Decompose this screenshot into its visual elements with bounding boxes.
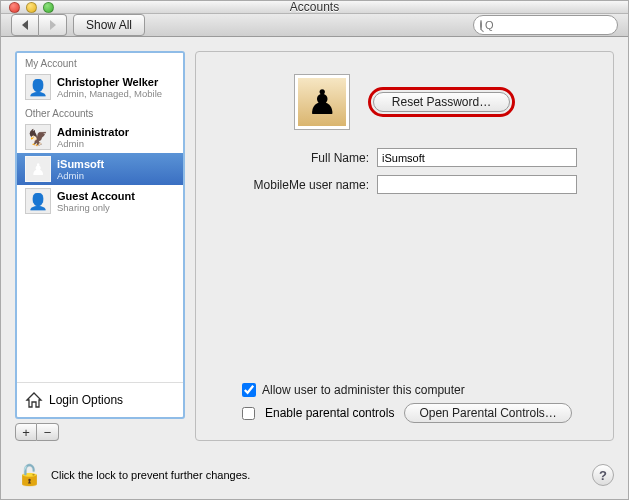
account-item-guest[interactable]: 👤 Guest Account Sharing only xyxy=(17,185,183,217)
add-remove-buttons: + − xyxy=(15,423,185,441)
full-name-input[interactable] xyxy=(377,148,577,167)
window-title: Accounts xyxy=(1,0,628,14)
home-icon xyxy=(25,391,43,409)
parental-controls-row: Enable parental controls Open Parental C… xyxy=(212,400,597,426)
mobileme-input[interactable] xyxy=(377,175,577,194)
other-accounts-header: Other Accounts xyxy=(17,103,183,121)
account-item-isumsoft[interactable]: ♟ iSumsoft Admin xyxy=(17,153,183,185)
remove-button[interactable]: − xyxy=(37,423,59,441)
account-name: Christopher Welker xyxy=(57,76,162,88)
full-name-row: Full Name: xyxy=(212,148,597,167)
help-button[interactable]: ? xyxy=(592,464,614,486)
allow-admin-label: Allow user to administer this computer xyxy=(262,383,465,397)
parental-label: Enable parental controls xyxy=(265,406,394,420)
titlebar: Accounts xyxy=(1,1,628,14)
chess-icon: ♟ xyxy=(25,156,51,182)
forward-button[interactable] xyxy=(39,14,67,36)
mobileme-label: MobileMe user name: xyxy=(219,178,369,192)
add-button[interactable]: + xyxy=(15,423,37,441)
footer: 🔓 Click the lock to prevent further chan… xyxy=(1,455,628,499)
account-avatar[interactable]: ♟ xyxy=(294,74,350,130)
search-icon xyxy=(480,20,482,30)
avatar-row: ♟ Reset Password… xyxy=(212,74,597,130)
account-sub: Admin, Managed, Mobile xyxy=(57,88,162,99)
user-icon: 👤 xyxy=(25,74,51,100)
search-input[interactable] xyxy=(485,19,623,31)
mobileme-row: MobileMe user name: xyxy=(212,175,597,194)
nav-buttons xyxy=(11,14,67,36)
eagle-icon: 🦅 xyxy=(25,124,51,150)
reset-highlight: Reset Password… xyxy=(368,87,515,117)
parental-checkbox[interactable] xyxy=(242,407,255,420)
user-icon: 👤 xyxy=(25,188,51,214)
account-name: Guest Account xyxy=(57,190,135,202)
account-sub: Admin xyxy=(57,170,104,181)
sidebar-wrap: My Account 👤 Christopher Welker Admin, M… xyxy=(15,51,185,441)
account-detail-panel: ♟ Reset Password… Full Name: MobileMe us… xyxy=(195,51,614,441)
open-parental-button[interactable]: Open Parental Controls… xyxy=(404,403,571,423)
toolbar: Show All xyxy=(1,14,628,37)
reset-password-button[interactable]: Reset Password… xyxy=(373,92,510,112)
account-name: Administrator xyxy=(57,126,129,138)
account-sub: Admin xyxy=(57,138,129,149)
account-sub: Sharing only xyxy=(57,202,135,213)
allow-admin-row: Allow user to administer this computer xyxy=(212,380,597,400)
account-item-christopher[interactable]: 👤 Christopher Welker Admin, Managed, Mob… xyxy=(17,71,183,103)
show-all-button[interactable]: Show All xyxy=(73,14,145,36)
lock-icon[interactable]: 🔓 xyxy=(15,461,43,489)
account-item-administrator[interactable]: 🦅 Administrator Admin xyxy=(17,121,183,153)
login-options-label: Login Options xyxy=(49,393,123,407)
back-button[interactable] xyxy=(11,14,39,36)
search-field[interactable] xyxy=(473,15,618,35)
accounts-sidebar: My Account 👤 Christopher Welker Admin, M… xyxy=(15,51,185,419)
full-name-label: Full Name: xyxy=(219,151,369,165)
account-name: iSumsoft xyxy=(57,158,104,170)
content: My Account 👤 Christopher Welker Admin, M… xyxy=(1,37,628,455)
accounts-window: Accounts Show All My Account 👤 Christo xyxy=(0,0,629,500)
allow-admin-checkbox[interactable] xyxy=(242,383,256,397)
lock-text: Click the lock to prevent further change… xyxy=(51,469,250,481)
login-options[interactable]: Login Options xyxy=(17,382,183,417)
my-account-header: My Account xyxy=(17,53,183,71)
